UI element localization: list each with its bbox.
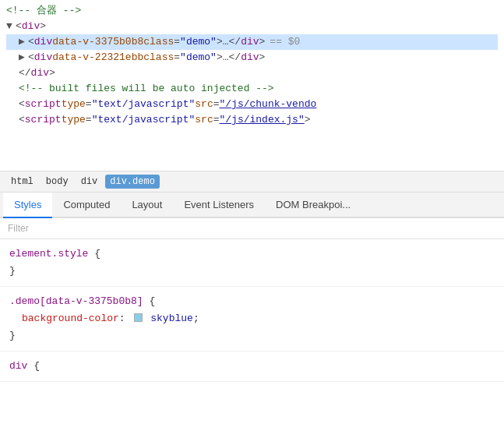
tab-layout[interactable]: Layout bbox=[121, 193, 173, 218]
dom-line-comment: <!-- 合器 --> bbox=[6, 3, 498, 19]
tabs-bar: Styles Computed Layout Event Listeners D… bbox=[0, 193, 504, 218]
dom-line-div-close: </div> bbox=[6, 65, 498, 81]
breadcrumb-bar: html body div div.demo bbox=[0, 171, 504, 193]
css-prop-background-color: background-color bbox=[9, 313, 119, 324]
dom-line-script-index: <script type="text/javascript" src="/js/… bbox=[6, 112, 498, 128]
dom-line-div-open[interactable]: ▼ <div> bbox=[6, 19, 498, 34]
dom-line-div-demo[interactable]: ▶ <div data-v-3375b0b8 class="demo" > … … bbox=[6, 34, 498, 50]
breadcrumb-div[interactable]: div bbox=[76, 175, 103, 189]
breadcrumb-div-demo[interactable]: div.demo bbox=[105, 175, 160, 189]
dom-content: <!-- 合器 --> ▼ <div> ▶ <div data-v-3375b0… bbox=[0, 0, 504, 131]
css-selector-demo: .demo[data-v-3375b0b8] bbox=[9, 295, 143, 307]
css-value-skyblue: skyblue bbox=[150, 313, 193, 324]
dom-panel: <!-- 合器 --> ▼ <div> ▶ <div data-v-3375b0… bbox=[0, 0, 504, 171]
tab-styles[interactable]: Styles bbox=[3, 193, 52, 218]
css-selector-element-style: element.style bbox=[9, 248, 88, 260]
toggle-arrow-22321ebb[interactable]: ▶ bbox=[19, 50, 28, 65]
filter-placeholder: Filter bbox=[8, 223, 29, 234]
breadcrumb-html[interactable]: html bbox=[6, 175, 38, 189]
filter-bar[interactable]: Filter bbox=[0, 218, 504, 239]
css-selector-div: div bbox=[9, 360, 27, 372]
tab-event-listeners[interactable]: Event Listeners bbox=[173, 193, 265, 218]
tab-dom-breakpoints[interactable]: DOM Breakpoi... bbox=[265, 193, 361, 218]
toggle-arrow-div[interactable]: ▼ bbox=[6, 19, 16, 34]
color-swatch-skyblue[interactable] bbox=[134, 313, 143, 322]
css-block-element-style: element.style { } bbox=[0, 239, 504, 287]
tab-computed[interactable]: Computed bbox=[52, 193, 121, 218]
dom-line-comment-built: <!-- built files will be auto injected -… bbox=[6, 81, 498, 97]
dom-line-div-22321ebb[interactable]: ▶ <div data-v-22321ebb class="demo" > … … bbox=[6, 50, 498, 65]
styles-panel: Filter element.style { } .demo[data-v-33… bbox=[0, 218, 504, 411]
dom-line-script-chunk: <script type="text/javascript" src="/js/… bbox=[6, 97, 498, 112]
css-block-div: div { bbox=[0, 352, 504, 382]
css-block-demo: .demo[data-v-3375b0b8] { background-colo… bbox=[0, 287, 504, 352]
breadcrumb-body[interactable]: body bbox=[41, 175, 73, 189]
comment-text: <!-- 合器 --> bbox=[6, 3, 81, 19]
dollar-var: == $0 bbox=[270, 34, 300, 50]
toggle-arrow-demo[interactable]: ▶ bbox=[19, 34, 28, 50]
